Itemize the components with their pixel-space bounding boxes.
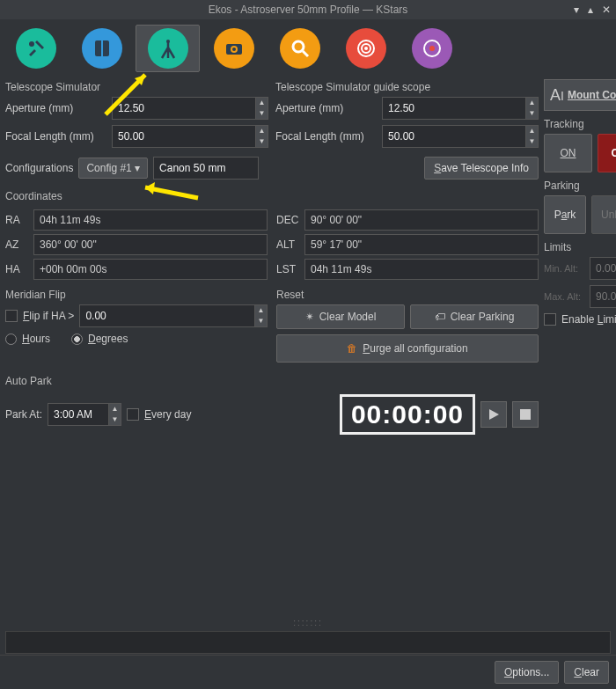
max-alt-input[interactable] bbox=[590, 285, 616, 308]
park-at-input[interactable] bbox=[48, 403, 109, 426]
tab-focus[interactable] bbox=[268, 25, 332, 72]
config-dropdown[interactable]: Config #1 ▾ bbox=[78, 158, 148, 179]
drag-handle[interactable]: ::::::: bbox=[293, 618, 322, 627]
play-button[interactable] bbox=[480, 401, 507, 428]
unpark-button[interactable]: UnPark bbox=[591, 195, 616, 234]
tab-guide[interactable] bbox=[400, 25, 464, 72]
degrees-radio[interactable] bbox=[71, 334, 83, 345]
lst-label: LST bbox=[276, 263, 301, 275]
park-button[interactable]: Park bbox=[544, 195, 586, 234]
config-label: Configurations bbox=[5, 162, 73, 174]
tab-scheduler[interactable] bbox=[70, 25, 134, 72]
tab-align[interactable] bbox=[334, 25, 398, 72]
lst-value: 04h 11m 49s bbox=[304, 259, 539, 280]
chevron-down-icon: ▾ bbox=[135, 162, 140, 174]
min-alt-input[interactable] bbox=[590, 257, 616, 280]
svg-rect-13 bbox=[520, 409, 531, 420]
stop-button[interactable] bbox=[512, 401, 539, 428]
degrees-label: Degrees bbox=[88, 333, 128, 345]
camera-icon bbox=[223, 37, 246, 60]
tracking-on-button[interactable]: ON bbox=[544, 134, 592, 172]
dec-label: DEC bbox=[276, 214, 301, 226]
scope1-title: Telescope Simulator bbox=[5, 79, 268, 97]
every-day-label: Every day bbox=[144, 408, 191, 421]
book-icon bbox=[91, 37, 114, 60]
play-icon bbox=[487, 407, 501, 421]
magnifier-icon bbox=[289, 37, 312, 60]
tab-mount[interactable] bbox=[136, 25, 200, 72]
spinner-buttons[interactable]: ▲▼ bbox=[109, 403, 121, 426]
mount-control-label: Mount Control bbox=[568, 89, 616, 101]
save-telescope-button[interactable]: SSave Telescope Infoave Telescope Info bbox=[424, 157, 539, 180]
svg-rect-2 bbox=[101, 40, 103, 56]
maximize-icon[interactable]: ▴ bbox=[588, 4, 593, 16]
countdown-timer: 00:00:00 bbox=[340, 394, 475, 435]
clear-button[interactable]: Clear bbox=[564, 661, 609, 684]
module-toolbar bbox=[0, 19, 616, 77]
compass-icon bbox=[421, 37, 444, 60]
mount-control-button[interactable]: AI Mount Control bbox=[544, 79, 616, 111]
svg-point-10 bbox=[364, 47, 368, 50]
reset-title: Reset bbox=[276, 287, 539, 304]
spinner-buttons[interactable]: ▲▼ bbox=[255, 304, 268, 327]
parking-title: Parking bbox=[544, 178, 616, 195]
stop-icon bbox=[519, 408, 532, 421]
hours-label: Hours bbox=[22, 333, 50, 345]
svg-point-6 bbox=[232, 48, 236, 51]
limits-title: Limits bbox=[544, 239, 616, 257]
scope2-aperture-input[interactable] bbox=[382, 97, 526, 120]
enable-limits-checkbox[interactable] bbox=[544, 313, 556, 326]
every-day-checkbox[interactable] bbox=[127, 408, 139, 421]
title-bar: Ekos - Astroserver 50mm Profile — KStars… bbox=[0, 0, 616, 19]
ha-label: HA bbox=[5, 263, 30, 275]
alt-label: ALT bbox=[276, 238, 301, 251]
cursor-icon: AI bbox=[550, 86, 564, 105]
scope1-focal-input[interactable] bbox=[112, 125, 256, 148]
wrench-screwdriver-icon bbox=[25, 37, 48, 60]
coords-title: Coordinates bbox=[5, 188, 539, 206]
minimize-icon[interactable]: ▾ bbox=[574, 4, 579, 16]
window-title: Ekos - Astroserver 50mm Profile — KStars bbox=[209, 4, 408, 16]
spinner-buttons[interactable]: ▲▼ bbox=[256, 97, 268, 120]
ra-value: 04h 11m 49s bbox=[33, 209, 268, 231]
config-name-input[interactable] bbox=[153, 157, 259, 180]
tracking-off-button[interactable]: OFF bbox=[598, 134, 616, 172]
svg-point-3 bbox=[166, 40, 170, 43]
close-icon[interactable]: ✕ bbox=[602, 4, 611, 16]
ra-label: RA bbox=[5, 214, 30, 226]
scope1-aperture-input[interactable] bbox=[112, 97, 256, 120]
tab-setup[interactable] bbox=[4, 25, 68, 72]
tab-capture[interactable] bbox=[202, 25, 266, 72]
enable-limits-label: Enable Limits bbox=[561, 313, 616, 326]
az-value: 360° 00' 00" bbox=[33, 234, 268, 255]
tripod-icon bbox=[157, 37, 180, 60]
dec-value: 90° 00' 00" bbox=[304, 209, 539, 231]
spinner-buttons[interactable]: ▲▼ bbox=[256, 125, 268, 148]
svg-point-7 bbox=[293, 41, 304, 52]
max-alt-label: Max. Alt: bbox=[544, 291, 586, 302]
clear-parking-button[interactable]: 🏷Clear Parking bbox=[410, 304, 539, 329]
hours-radio[interactable] bbox=[5, 334, 17, 345]
ha-value: +00h 00m 00s bbox=[33, 259, 268, 280]
log-area[interactable] bbox=[5, 631, 611, 654]
trash-icon: 🗑 bbox=[347, 342, 357, 355]
flip-value-input[interactable] bbox=[79, 304, 255, 327]
flip-label: Flip if HA > bbox=[23, 310, 74, 322]
tag-icon: 🏷 bbox=[435, 311, 445, 323]
min-alt-label: Min. Alt: bbox=[544, 263, 586, 274]
autopark-title: Auto Park bbox=[5, 373, 539, 391]
svg-point-0 bbox=[29, 41, 34, 47]
options-button[interactable]: Options... bbox=[495, 661, 559, 684]
aperture-label: Aperture (mm) bbox=[5, 102, 106, 114]
alt-value: 59° 17' 00" bbox=[304, 234, 539, 255]
flip-checkbox[interactable] bbox=[5, 310, 18, 322]
park-at-label: Park At: bbox=[5, 408, 42, 421]
scope2-focal-input[interactable] bbox=[382, 125, 526, 148]
spinner-buttons[interactable]: ▲▼ bbox=[526, 97, 539, 120]
az-label: AZ bbox=[5, 238, 30, 251]
svg-point-12 bbox=[429, 46, 435, 51]
tracking-title: Tracking bbox=[544, 116, 616, 134]
spinner-buttons[interactable]: ▲▼ bbox=[526, 125, 539, 148]
clear-model-button[interactable]: ✴Clear Model bbox=[276, 304, 405, 329]
purge-button[interactable]: 🗑Purge all configuration bbox=[276, 334, 539, 363]
